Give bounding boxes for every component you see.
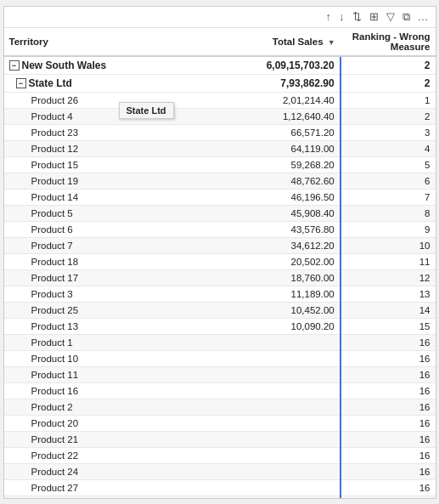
sales-cell: 2,01,214.40 xyxy=(211,92,340,108)
toolbar: ↑ ↓ ⇅ ⊞ ▽ ⧉ … xyxy=(4,7,436,28)
table-row: Product 1264,119.004 xyxy=(4,140,436,156)
table-row: Product 1820,502.0011 xyxy=(4,253,436,269)
territory-cell: Product 16 xyxy=(4,382,211,399)
sales-cell: 43,576.80 xyxy=(211,221,340,237)
table-scroll[interactable]: Territory Total Sales ▼ Ranking - Wrong … xyxy=(4,28,436,498)
territory-cell: Product 20 xyxy=(4,415,211,431)
sales-cell xyxy=(211,447,340,463)
main-container: ↑ ↓ ⇅ ⊞ ▽ ⧉ … Territory Total Sales xyxy=(3,6,436,499)
table-row: Product 1116 xyxy=(4,366,436,382)
territory-cell: Product 7 xyxy=(4,237,211,253)
territory-cell: Product 5 xyxy=(4,205,211,221)
sales-cell: 7,93,862.90 xyxy=(211,74,340,92)
table-row: Product 41,12,640.402 xyxy=(4,108,436,124)
sales-cell: 20,502.00 xyxy=(211,253,340,269)
table-row: Product 1559,268.205 xyxy=(4,156,436,173)
territory-cell: Product 14 xyxy=(4,189,211,205)
table-row: Product 545,908.408 xyxy=(4,205,436,221)
sort-arrow-icon: ▼ xyxy=(328,38,335,47)
layout-icon[interactable]: ⧉ xyxy=(401,9,412,25)
ranking-cell: 7 xyxy=(341,189,436,205)
territory-cell: Product 13 xyxy=(4,318,211,334)
territory-cell: Product 3 xyxy=(4,286,211,302)
ranking-cell: 12 xyxy=(341,269,436,286)
table-row: Product 1446,196.507 xyxy=(4,189,436,205)
ranking-cell: 16 xyxy=(341,463,436,479)
sales-cell: 66,571.20 xyxy=(211,124,340,140)
territory-cell: Product 2 xyxy=(4,399,211,415)
sort-both-icon[interactable]: ⇅ xyxy=(351,9,363,24)
sales-cell xyxy=(211,479,340,496)
table-row: Product 1948,762.606 xyxy=(4,173,436,189)
sales-cell: 46,196.50 xyxy=(211,189,340,205)
sales-cell: 11,189.00 xyxy=(211,286,340,302)
expand-collapse-icon[interactable]: − xyxy=(16,78,26,88)
table-row: −State Ltd7,93,862.902 xyxy=(4,74,436,92)
territory-cell: Product 18 xyxy=(4,253,211,269)
territory-cell: Product 25 xyxy=(4,302,211,318)
ranking-cell: 16 xyxy=(341,479,436,496)
sales-cell: 48,762.60 xyxy=(211,173,340,189)
sales-cell: 34,612.20 xyxy=(211,237,340,253)
table-row: Product 1310,090.2015 xyxy=(4,318,436,334)
sales-cell: 6,09,15,703.20 xyxy=(211,56,340,75)
territory-cell: Product 10 xyxy=(4,350,211,366)
table-row: Product 262,01,214.401 xyxy=(4,92,436,108)
sales-cell xyxy=(211,431,340,447)
ranking-cell: 11 xyxy=(341,253,436,269)
ranking-cell: 16 xyxy=(341,399,436,415)
ranking-cell: 13 xyxy=(341,286,436,302)
table-row: Product 1616 xyxy=(4,382,436,399)
ranking-cell: 16 xyxy=(341,366,436,382)
sales-cell: 45,908.40 xyxy=(211,205,340,221)
ranking-cell: 4 xyxy=(341,140,436,156)
ranking-cell: 15 xyxy=(341,318,436,334)
ranking-cell: 2 xyxy=(341,56,436,75)
data-table: Territory Total Sales ▼ Ranking - Wrong … xyxy=(4,28,436,498)
table-header: Territory Total Sales ▼ Ranking - Wrong … xyxy=(4,28,436,56)
ranking-cell: 16 xyxy=(341,382,436,399)
table-row: −New South Wales6,09,15,703.202 xyxy=(4,56,436,75)
territory-cell: Product 21 xyxy=(4,431,211,447)
row-label: State Ltd xyxy=(29,77,72,89)
sort-desc-icon[interactable]: ↓ xyxy=(337,9,346,24)
sales-cell: 18,760.00 xyxy=(211,269,340,286)
row-label: New South Wales xyxy=(22,59,107,71)
sales-cell: 64,119.00 xyxy=(211,140,340,156)
sales-cell xyxy=(211,399,340,415)
table-row: Product 2016 xyxy=(4,415,436,431)
table-row: Product 116 xyxy=(4,334,436,350)
col-ranking-header: Ranking - Wrong Measure xyxy=(341,28,436,56)
table-row: Product 216 xyxy=(4,399,436,415)
territory-cell: Product 26 xyxy=(4,92,211,108)
ranking-cell: 9 xyxy=(341,221,436,237)
filter-icon[interactable]: ▽ xyxy=(385,9,397,24)
table-row: Product 1718,760.0012 xyxy=(4,269,436,286)
territory-cell: Product 6 xyxy=(4,221,211,237)
territory-cell: Product 28 xyxy=(4,496,211,498)
sales-cell: 10,452.00 xyxy=(211,302,340,318)
ranking-cell: 5 xyxy=(341,156,436,173)
ranking-cell: 16 xyxy=(341,334,436,350)
table-row: Product 643,576.809 xyxy=(4,221,436,237)
expand-collapse-icon[interactable]: − xyxy=(9,60,20,71)
ranking-cell: 3 xyxy=(341,124,436,140)
sales-cell xyxy=(211,382,340,399)
territory-cell: −State Ltd xyxy=(4,74,211,92)
expand-icon[interactable]: ⊞ xyxy=(368,9,380,24)
territory-cell: −New South Wales xyxy=(4,56,211,75)
table-row: Product 1016 xyxy=(4,350,436,366)
sales-cell: 1,12,640.40 xyxy=(211,108,340,124)
ranking-cell: 16 xyxy=(341,415,436,431)
territory-cell: Product 4 xyxy=(4,108,211,124)
table-body: −New South Wales6,09,15,703.202−State Lt… xyxy=(4,56,436,498)
sales-cell: 59,268.20 xyxy=(211,156,340,173)
col-territory-header: Territory xyxy=(4,28,211,56)
territory-cell: Product 23 xyxy=(4,124,211,140)
more-icon[interactable]: … xyxy=(416,9,431,24)
ranking-cell: 14 xyxy=(341,302,436,318)
territory-cell: Product 11 xyxy=(4,366,211,382)
table-row: Product 2416 xyxy=(4,463,436,479)
territory-cell: Product 17 xyxy=(4,269,211,286)
sort-asc-icon[interactable]: ↑ xyxy=(324,9,334,24)
